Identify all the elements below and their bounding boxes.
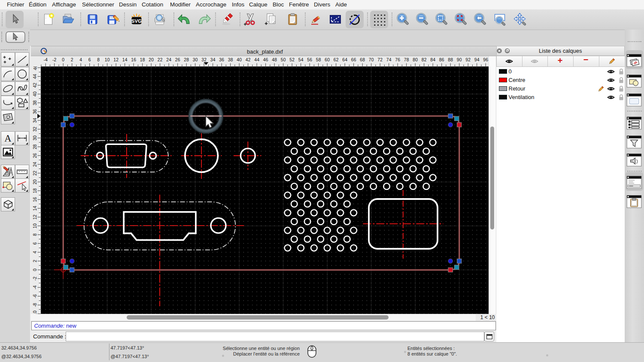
svg-text:54: 54 xyxy=(298,58,303,63)
svg-text:16: 16 xyxy=(33,197,37,202)
svg-text:-6: -6 xyxy=(33,294,37,298)
svg-text:40: 40 xyxy=(237,58,242,63)
svg-text:-4: -4 xyxy=(43,58,47,63)
svg-text:12: 12 xyxy=(33,214,37,220)
svg-text:10: 10 xyxy=(33,223,37,229)
svg-text:26: 26 xyxy=(33,153,37,158)
svg-text:44: 44 xyxy=(33,74,37,79)
svg-text:60: 60 xyxy=(325,58,330,63)
svg-text:6: 6 xyxy=(33,242,37,245)
svg-text:52: 52 xyxy=(289,58,295,63)
svg-text:42: 42 xyxy=(33,83,37,88)
svg-text:16: 16 xyxy=(131,58,136,63)
svg-text:70: 70 xyxy=(368,58,374,63)
svg-text:30: 30 xyxy=(33,136,37,141)
svg-text:96: 96 xyxy=(483,58,488,63)
svg-text:38: 38 xyxy=(228,58,233,63)
svg-text:34: 34 xyxy=(210,58,215,63)
svg-text:14: 14 xyxy=(122,58,127,63)
svg-text:0: 0 xyxy=(33,268,37,271)
svg-text:2: 2 xyxy=(70,58,73,63)
svg-text:A: A xyxy=(4,133,12,144)
svg-text:26: 26 xyxy=(175,58,180,63)
svg-text:-2: -2 xyxy=(33,277,37,281)
svg-text:22: 22 xyxy=(157,58,162,63)
svg-text:38: 38 xyxy=(33,100,37,106)
svg-text:8: 8 xyxy=(97,58,100,63)
svg-text:-2: -2 xyxy=(52,58,56,63)
svg-text:6: 6 xyxy=(88,58,91,63)
svg-text:18: 18 xyxy=(140,58,145,63)
svg-text:64: 64 xyxy=(342,58,347,63)
svg-text:88: 88 xyxy=(448,58,453,63)
svg-text:84: 84 xyxy=(430,58,435,63)
svg-text:74: 74 xyxy=(386,58,391,63)
svg-text:90: 90 xyxy=(456,58,462,63)
svg-text:82: 82 xyxy=(421,58,426,63)
svg-text:4: 4 xyxy=(79,58,82,63)
svg-text:28: 28 xyxy=(33,144,37,149)
svg-text:46: 46 xyxy=(263,58,268,63)
svg-text:62: 62 xyxy=(333,58,338,63)
svg-text:66: 66 xyxy=(351,58,356,63)
svg-text:28: 28 xyxy=(184,58,189,63)
svg-text:36: 36 xyxy=(33,109,37,114)
svg-text:8: 8 xyxy=(33,233,37,236)
svg-text:34: 34 xyxy=(33,118,37,123)
svg-text:20: 20 xyxy=(149,58,154,63)
svg-text:-8: -8 xyxy=(33,303,37,307)
svg-text:22: 22 xyxy=(33,171,37,176)
svg-text:40: 40 xyxy=(33,91,37,97)
svg-text:32: 32 xyxy=(201,58,207,63)
svg-text:24: 24 xyxy=(33,162,37,167)
svg-text:72: 72 xyxy=(377,58,383,63)
svg-text:-10: -10 xyxy=(33,311,37,314)
svg-text:2: 2 xyxy=(33,260,37,262)
svg-text:SVG: SVG xyxy=(131,18,142,24)
svg-text:50: 50 xyxy=(280,58,286,63)
svg-text:44: 44 xyxy=(254,58,259,63)
svg-text:68: 68 xyxy=(360,58,365,63)
svg-text:46: 46 xyxy=(33,66,37,70)
svg-text:86: 86 xyxy=(439,58,444,63)
svg-text:10: 10 xyxy=(104,58,109,63)
svg-text:18: 18 xyxy=(33,188,37,193)
svg-text:30: 30 xyxy=(192,58,197,63)
svg-text:80: 80 xyxy=(413,58,418,63)
svg-text:4: 4 xyxy=(33,251,37,253)
svg-text:56: 56 xyxy=(307,58,312,63)
svg-text:32: 32 xyxy=(33,127,37,132)
svg-text:24: 24 xyxy=(166,58,171,63)
svg-text:14: 14 xyxy=(33,206,37,211)
svg-text:-4: -4 xyxy=(33,285,37,289)
svg-text:78: 78 xyxy=(404,58,409,63)
svg-text:92: 92 xyxy=(465,58,471,63)
svg-text:12: 12 xyxy=(113,58,118,63)
svg-text:36: 36 xyxy=(219,58,224,63)
svg-text:48: 48 xyxy=(272,58,277,63)
svg-text:0: 0 xyxy=(62,58,64,63)
svg-text:58: 58 xyxy=(316,58,321,63)
svg-text:42: 42 xyxy=(245,58,250,63)
svg-text:94: 94 xyxy=(474,58,479,63)
svg-text:20: 20 xyxy=(33,179,37,184)
svg-text:76: 76 xyxy=(395,58,400,63)
